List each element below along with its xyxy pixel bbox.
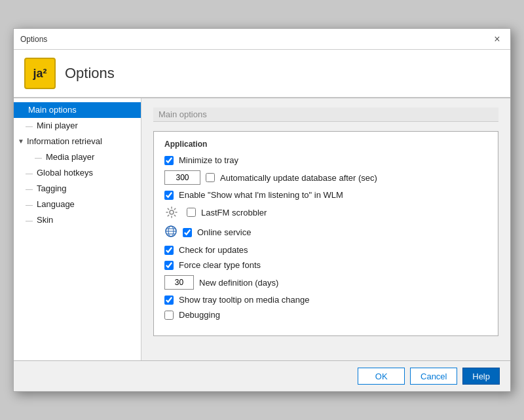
label-clear-fonts: Force clear type fonts <box>179 260 261 270</box>
section-title: Main options <box>153 107 498 122</box>
option-lastfm: LastFM scrobbler <box>164 205 487 220</box>
label-wlm: Enable "Show what I'm listening to" in W… <box>179 190 343 200</box>
group-label: Application <box>164 140 487 149</box>
title-bar: Options × <box>14 29 510 50</box>
input-new-definition[interactable] <box>164 275 194 290</box>
option-new-definition: New definition (days) <box>164 275 487 290</box>
body: Main options — Mini player ▼ Information… <box>14 98 510 360</box>
checkbox-online-service[interactable] <box>183 228 192 237</box>
help-button[interactable]: Help <box>462 368 500 385</box>
sidebar: Main options — Mini player ▼ Information… <box>14 98 141 360</box>
label-new-definition: New definition (days) <box>199 278 278 288</box>
option-wlm: Enable "Show what I'm listening to" in W… <box>164 190 487 200</box>
checkbox-wlm[interactable] <box>164 191 174 200</box>
sidebar-item-global-hotkeys[interactable]: — Global hotkeys <box>14 165 141 181</box>
label-auto-update: Automatically update database after (sec… <box>220 173 377 183</box>
label-debugging: Debugging <box>179 310 220 320</box>
sidebar-label-skin: Skin <box>37 214 53 227</box>
sidebar-label-mini-player: Mini player <box>37 119 78 132</box>
options-dialog: Options × ja² Options Main options — Min… <box>13 28 511 392</box>
tree-line: — <box>26 119 33 132</box>
cancel-button[interactable]: Cancel <box>410 368 457 385</box>
sidebar-item-mini-player[interactable]: — Mini player <box>14 118 141 134</box>
input-auto-update[interactable] <box>164 170 200 185</box>
expander-icon: ▼ <box>18 135 24 148</box>
tree-line: — <box>35 151 42 164</box>
sidebar-label-global-hotkeys: Global hotkeys <box>37 166 93 180</box>
ok-button[interactable]: OK <box>358 368 405 385</box>
title-bar-left: Options <box>20 35 47 44</box>
tree-line: — <box>26 182 33 195</box>
gear-icon <box>164 205 179 220</box>
option-online-service: Online service <box>164 225 487 240</box>
svg-point-0 <box>170 210 174 214</box>
tree-line: — <box>26 166 33 180</box>
option-check-updates: Check for updates <box>164 245 487 255</box>
sidebar-item-skin[interactable]: — Skin <box>14 212 141 228</box>
sidebar-label-information-retrieval: Information retrieval <box>27 135 102 148</box>
header: ja² Options <box>14 50 510 98</box>
globe-icon <box>164 225 178 240</box>
option-debugging: Debugging <box>164 310 487 320</box>
option-tray-tooltip: Show tray tooltip on media change <box>164 295 487 305</box>
checkbox-auto-update[interactable] <box>206 173 215 182</box>
checkbox-lastfm[interactable] <box>187 208 196 217</box>
app-logo: ja² <box>24 58 56 89</box>
label-check-updates: Check for updates <box>179 245 248 255</box>
checkbox-tray-tooltip[interactable] <box>164 296 174 305</box>
option-clear-fonts: Force clear type fonts <box>164 260 487 270</box>
checkbox-debugging[interactable] <box>164 311 174 320</box>
tree-line: — <box>26 214 33 227</box>
sidebar-label-tagging: Tagging <box>37 182 67 195</box>
sidebar-item-main-options[interactable]: Main options <box>14 102 141 118</box>
title-bar-text: Options <box>20 35 47 44</box>
label-lastfm: LastFM scrobbler <box>201 208 267 218</box>
application-group: Application Minimize to tray Automatical… <box>153 131 498 336</box>
checkbox-clear-fonts[interactable] <box>164 261 174 270</box>
sidebar-item-tagging[interactable]: — Tagging <box>14 181 141 197</box>
close-button[interactable]: × <box>491 33 504 46</box>
sidebar-item-media-player[interactable]: — Media player <box>14 149 141 165</box>
header-title: Options <box>65 65 115 82</box>
sidebar-item-information-retrieval[interactable]: ▼ Information retrieval <box>14 134 141 149</box>
footer: OK Cancel Help <box>14 360 510 391</box>
tree-line: — <box>26 198 33 211</box>
checkbox-check-updates[interactable] <box>164 246 174 255</box>
sidebar-label-main-options: Main options <box>28 104 77 117</box>
sidebar-label-language: Language <box>37 198 75 211</box>
label-online-service: Online service <box>197 227 251 237</box>
option-auto-update: Automatically update database after (sec… <box>164 170 487 185</box>
option-minimize-tray: Minimize to tray <box>164 155 487 165</box>
checkbox-minimize-tray[interactable] <box>164 156 174 165</box>
sidebar-item-language[interactable]: — Language <box>14 197 141 212</box>
label-minimize-tray: Minimize to tray <box>179 155 238 165</box>
label-tray-tooltip: Show tray tooltip on media change <box>179 295 309 305</box>
sidebar-label-media-player: Media player <box>46 151 94 164</box>
main-content: Main options Application Minimize to tra… <box>141 98 510 360</box>
